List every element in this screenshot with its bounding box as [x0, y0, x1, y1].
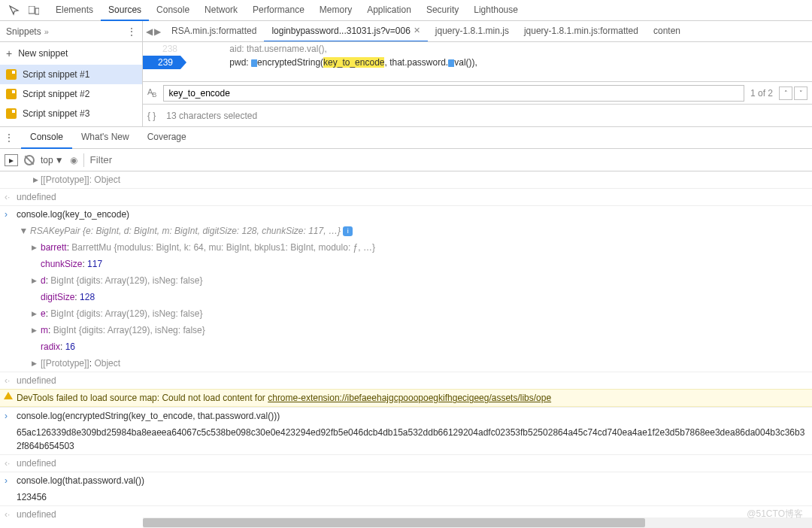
clear-console-icon[interactable] [24, 155, 35, 165]
expand-arrow-icon[interactable]: ▶ [32, 241, 37, 254]
file-tab-loginbypassword[interactable]: loginbypassword...31031.js?v=006✕ [264, 21, 427, 42]
svg-rect-1 [35, 8, 39, 14]
info-icon[interactable]: i [343, 226, 353, 236]
panel-console[interactable]: Console [149, 0, 197, 21]
run-icon[interactable]: ▸ [5, 154, 18, 166]
panel-elements[interactable]: Elements [48, 0, 101, 21]
filter-input[interactable] [90, 154, 241, 165]
current-line-marker: 239 [143, 56, 180, 69]
line-gutter: 238 239 [143, 42, 182, 81]
output-arrow-icon: ‹· [5, 190, 10, 204]
context-selector[interactable]: top▼ [41, 155, 64, 165]
panel-network[interactable]: Network [197, 0, 245, 21]
panel-lighthouse[interactable]: Lighthouse [466, 0, 526, 21]
snippets-kebab-icon[interactable]: ⋮ [127, 26, 136, 37]
drawer-kebab-icon[interactable]: ⋮ [5, 132, 14, 143]
new-snippet-button[interactable]: +New snippet [0, 42, 142, 65]
warning-icon [4, 392, 13, 399]
expand-arrow-icon[interactable]: ▶ [32, 357, 37, 370]
encrypted-output: 65ac126339d8e309bd25984ba8eaeea64067c5c5… [17, 427, 804, 451]
panel-application[interactable]: Application [359, 0, 419, 21]
find-count: 1 of 2 [750, 88, 773, 99]
input-arrow-icon: › [5, 208, 8, 221]
chevron-down-icon: ▼ [55, 155, 64, 165]
drawer-tab-coverage[interactable]: Coverage [138, 126, 195, 149]
snippets-expand-icon[interactable]: » [44, 27, 49, 36]
snippet-item-2[interactable]: Script snippet #2 [0, 84, 142, 104]
panel-security[interactable]: Security [419, 0, 466, 21]
password-output: 123456 [17, 492, 47, 502]
pretty-print-icon[interactable]: { } [147, 111, 156, 121]
code-editor[interactable]: 238 239 aid: that.username.val(), pwd: e… [143, 42, 812, 81]
match-case-icon[interactable]: AB [147, 87, 156, 99]
source-map-link[interactable]: chrome-extension://ibefaeehajgcpooopoegk… [268, 393, 551, 403]
console-output[interactable]: ▶[[Prototype]]: Object ‹·undefined ›cons… [0, 171, 812, 523]
snippet-item-3[interactable]: Script snippet #3 [0, 104, 142, 123]
plus-icon: + [6, 47, 12, 59]
find-prev-button[interactable]: ˄ [779, 86, 792, 100]
snippets-title: Snippets [6, 26, 41, 37]
inspect-icon[interactable] [5, 1, 24, 20]
panel-memory[interactable]: Memory [312, 0, 359, 21]
file-tab-jquery[interactable]: jquery-1.8.1.min.js [428, 21, 517, 42]
device-toolbar-icon[interactable] [24, 1, 44, 20]
snippet-file-icon [6, 89, 17, 99]
find-input[interactable] [163, 85, 744, 102]
file-tab-jquery-formatted[interactable]: jquery-1.8.1.min.js:formatted [517, 21, 646, 42]
snippet-file-icon [6, 108, 17, 119]
output-arrow-icon: ‹· [5, 457, 10, 470]
expand-arrow-icon[interactable]: ▶ [32, 323, 37, 337]
output-arrow-icon: ‹· [5, 508, 10, 521]
autocomplete-icon [448, 59, 454, 67]
drawer-tab-whatsnew[interactable]: What's New [72, 126, 138, 149]
code-content: aid: that.username.val(), pwd: encrypted… [182, 42, 812, 81]
expand-arrow-icon[interactable]: ▶ [33, 173, 38, 187]
expand-arrow-icon[interactable]: ▶ [32, 307, 37, 320]
highlighted-match: key_to_encode [323, 57, 384, 68]
output-arrow-icon: ‹· [5, 374, 10, 387]
svg-rect-0 [29, 6, 35, 14]
file-tab-content[interactable]: conten [646, 21, 688, 42]
expand-arrow-icon[interactable]: ▶ [32, 274, 37, 287]
panel-tabs: Elements Sources Console Network Perform… [48, 0, 526, 21]
watermark: @51CTO博客 [747, 508, 803, 520]
tab-nav-prev-icon[interactable]: ◀ [146, 26, 153, 37]
snippet-item-1[interactable]: Script snippet #1 [0, 65, 142, 84]
input-arrow-icon: › [5, 409, 8, 423]
selection-info: 13 characters selected [166, 111, 257, 121]
find-next-button[interactable]: ˅ [794, 86, 807, 100]
panel-sources[interactable]: Sources [101, 0, 149, 21]
snippet-file-icon [6, 69, 17, 80]
tab-nav-next-icon[interactable]: ▶ [154, 26, 161, 37]
file-tab-rsa[interactable]: RSA.min.js:formatted [164, 21, 264, 42]
input-arrow-icon: › [5, 474, 8, 487]
live-expression-icon[interactable]: ◉ [70, 155, 77, 165]
separator [83, 153, 84, 167]
autocomplete-icon [251, 59, 257, 67]
panel-performance[interactable]: Performance [245, 0, 312, 21]
close-icon[interactable]: ✕ [414, 26, 420, 35]
drawer-tab-console[interactable]: Console [21, 126, 72, 149]
expand-arrow-icon[interactable]: ▶ [17, 229, 31, 234]
